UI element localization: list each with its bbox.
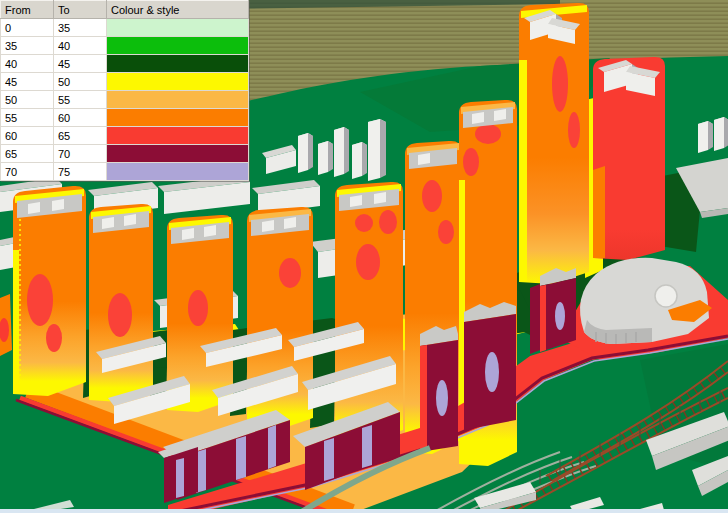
tower-sliver-left bbox=[0, 294, 12, 356]
legend-to-value: 50 bbox=[54, 73, 107, 91]
tower-block-b bbox=[89, 204, 153, 402]
tower-block-e bbox=[335, 182, 403, 444]
legend-row: 0 35 bbox=[1, 19, 249, 37]
legend-row: 40 45 bbox=[1, 55, 249, 73]
tower-block-i bbox=[593, 57, 665, 260]
legend-from-value: 65 bbox=[1, 145, 54, 163]
legend-from-value: 55 bbox=[1, 109, 54, 127]
legend-row: 60 65 bbox=[1, 127, 249, 145]
legend-header-row: From To Colour & style bbox=[1, 1, 249, 19]
legend-from-value: 70 bbox=[1, 163, 54, 181]
legend-row: 65 70 bbox=[1, 145, 249, 163]
legend-row: 45 50 bbox=[1, 73, 249, 91]
legend-color-swatch bbox=[107, 73, 249, 91]
legend-row: 70 75 bbox=[1, 163, 249, 181]
legend-from-value: 0 bbox=[1, 19, 54, 37]
legend-from-value: 50 bbox=[1, 91, 54, 109]
application-window: From To Colour & style 0 35 35 40 40 45 bbox=[0, 0, 728, 513]
legend-to-value: 45 bbox=[54, 55, 107, 73]
legend-from-value: 45 bbox=[1, 73, 54, 91]
legend-to-value: 55 bbox=[54, 91, 107, 109]
legend-to-value: 35 bbox=[54, 19, 107, 37]
legend-from-value: 40 bbox=[1, 55, 54, 73]
legend-to-value: 40 bbox=[54, 37, 107, 55]
window-bottom-edge bbox=[0, 509, 728, 513]
legend-color-swatch bbox=[107, 163, 249, 181]
legend-color-swatch bbox=[107, 55, 249, 73]
legend-to-value: 70 bbox=[54, 145, 107, 163]
legend-from-value: 60 bbox=[1, 127, 54, 145]
legend-row: 50 55 bbox=[1, 91, 249, 109]
legend-color-swatch bbox=[107, 109, 249, 127]
legend-color-swatch bbox=[107, 145, 249, 163]
legend-to-value: 60 bbox=[54, 109, 107, 127]
legend-table: From To Colour & style 0 35 35 40 40 45 bbox=[0, 0, 249, 181]
legend-col-colour: Colour & style bbox=[107, 1, 249, 19]
legend-row: 55 60 bbox=[1, 109, 249, 127]
legend-row: 35 40 bbox=[1, 37, 249, 55]
tower-block-a bbox=[13, 186, 86, 396]
legend-from-value: 35 bbox=[1, 37, 54, 55]
legend-color-swatch bbox=[107, 37, 249, 55]
legend-to-value: 75 bbox=[54, 163, 107, 181]
legend-col-from: From bbox=[1, 1, 54, 19]
legend-color-swatch bbox=[107, 127, 249, 145]
legend-color-swatch bbox=[107, 91, 249, 109]
legend-to-value: 65 bbox=[54, 127, 107, 145]
legend-col-to: To bbox=[54, 1, 107, 19]
legend-color-swatch bbox=[107, 19, 249, 37]
